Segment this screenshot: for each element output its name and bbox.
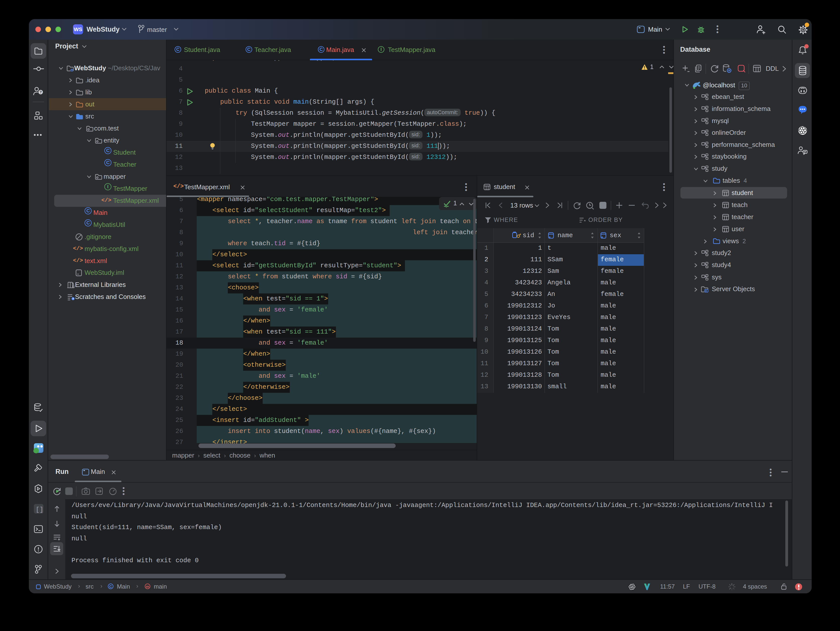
svg-text:?: ?	[39, 90, 42, 94]
